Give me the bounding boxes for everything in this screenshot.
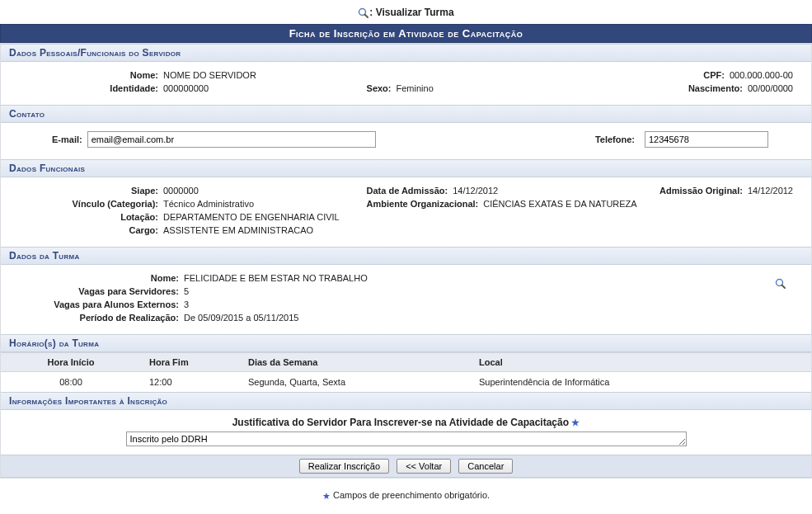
section-contato-body: E-mail: Telefone: bbox=[1, 123, 811, 159]
cargo-value: ASSISTENTE EM ADMINISTRACAO bbox=[163, 225, 313, 235]
periodo-value: De 05/09/2015 a 05/11/2015 bbox=[184, 313, 298, 323]
admissao-label: Data de Admissão: bbox=[367, 186, 453, 196]
col-hora-inicio: Hora Início bbox=[1, 352, 141, 371]
section-funcionais-header: Dados Funcionais bbox=[1, 159, 811, 177]
table-header-row: Hora Início Hora Fim Dias da Semana Loca… bbox=[1, 352, 811, 371]
section-funcionais-body: Siape: 0000000 Data de Admissão: 14/12/2… bbox=[1, 177, 811, 247]
section-horarios-header: Horário(s) da Turma bbox=[1, 334, 811, 352]
turma-nome-value: FELICIDADE E BEM ESTAR NO TRABALHO bbox=[184, 273, 368, 283]
identidade-value: 000000000 bbox=[163, 83, 209, 93]
cell-local: Superintendência de Informática bbox=[471, 371, 811, 392]
required-star-icon: ★ bbox=[571, 417, 580, 427]
siape-value: 0000000 bbox=[163, 186, 199, 196]
col-dias: Dias da Semana bbox=[240, 352, 471, 371]
cell-hora-inicio: 08:00 bbox=[1, 371, 141, 392]
footnote-text: Campos de preenchimento obrigatório. bbox=[333, 490, 490, 500]
nascimento-label: Nascimento: bbox=[688, 83, 748, 93]
page-title: Ficha de Inscrição em Atividade de Capac… bbox=[0, 24, 812, 43]
sexo-label: Sexo: bbox=[367, 83, 397, 93]
vagas-ext-value: 3 bbox=[184, 299, 189, 309]
cpf-label: CPF: bbox=[703, 70, 730, 80]
siape-label: Siape: bbox=[11, 186, 163, 196]
nome-value: NOME DO SERVIDOR bbox=[163, 70, 256, 80]
cell-dias: Segunda, Quarta, Sexta bbox=[240, 371, 471, 392]
admissao-value: 14/12/2012 bbox=[453, 186, 498, 196]
turma-nome-label: Nome: bbox=[11, 273, 184, 283]
section-pessoais-header: Dados Pessoais/Funcionais do Servidor bbox=[1, 44, 811, 62]
section-contato-header: Contato bbox=[1, 105, 811, 123]
cpf-value: 000.000.000-00 bbox=[730, 70, 793, 80]
cancelar-button[interactable]: Cancelar bbox=[458, 459, 513, 474]
view-turma-icon[interactable] bbox=[775, 278, 786, 291]
voltar-button[interactable]: << Voltar bbox=[397, 459, 451, 474]
section-pessoais-body: Nome: NOME DO SERVIDOR CPF: 000.000.000-… bbox=[1, 62, 811, 105]
nascimento-value: 00/00/0000 bbox=[748, 83, 793, 93]
nome-label: Nome: bbox=[11, 70, 163, 80]
section-turma-header: Dados da Turma bbox=[1, 247, 811, 265]
admissao-orig-label: Admissão Original: bbox=[659, 186, 748, 196]
realizar-inscricao-button[interactable]: Realizar Inscrição bbox=[299, 459, 389, 474]
telefone-label: Telefone: bbox=[595, 134, 640, 144]
footnote: ★ Campos de preenchimento obrigatório. bbox=[0, 479, 812, 508]
section-info-header: Informações Importantes à Inscrição bbox=[1, 392, 811, 410]
visualizar-turma-text: : Visualizar Turma bbox=[369, 7, 453, 18]
lotacao-label: Lotação: bbox=[11, 212, 163, 222]
periodo-label: Período de Realização: bbox=[11, 313, 184, 323]
visualizar-turma-link[interactable]: : Visualizar Turma bbox=[0, 0, 812, 24]
justificativa-title: Justificativa do Servidor Para Inscrever… bbox=[1, 410, 811, 431]
magnifier-icon bbox=[358, 7, 369, 19]
vagas-ext-label: Vagas para Alunos Externos: bbox=[11, 299, 184, 309]
section-turma-body: Nome: FELICIDADE E BEM ESTAR NO TRABALHO… bbox=[1, 265, 811, 334]
lotacao-value: DEPARTAMENTO DE ENGENHARIA CIVIL bbox=[163, 212, 340, 222]
star-icon: ★ bbox=[322, 491, 333, 501]
svg-line-3 bbox=[782, 285, 786, 288]
justificativa-title-text: Justificativa do Servidor Para Inscrever… bbox=[232, 417, 569, 428]
identidade-label: Identidade: bbox=[11, 83, 163, 93]
col-hora-fim: Hora Fim bbox=[141, 352, 240, 371]
vinculo-value: Técnico Administrativo bbox=[163, 199, 254, 209]
justificativa-textarea[interactable] bbox=[126, 431, 687, 446]
col-local: Local bbox=[471, 352, 811, 371]
button-bar: Realizar Inscrição << Voltar Cancelar bbox=[1, 455, 811, 478]
admissao-orig-value: 14/12/2012 bbox=[748, 186, 793, 196]
email-input[interactable] bbox=[87, 131, 376, 148]
telefone-input[interactable] bbox=[645, 131, 768, 148]
email-label: E-mail: bbox=[52, 134, 87, 144]
vagas-serv-value: 5 bbox=[184, 286, 189, 296]
sexo-value: Feminino bbox=[397, 83, 434, 93]
horarios-table: Hora Início Hora Fim Dias da Semana Loca… bbox=[1, 352, 811, 392]
cargo-label: Cargo: bbox=[11, 225, 163, 235]
svg-line-1 bbox=[365, 14, 368, 17]
table-row: 08:00 12:00 Segunda, Quarta, Sexta Super… bbox=[1, 371, 811, 392]
ambiente-value: CIÊNCIAS EXATAS E DA NATUREZA bbox=[483, 199, 636, 209]
vagas-serv-label: Vagas para Servidores: bbox=[11, 286, 184, 296]
ambiente-label: Ambiente Organizacional: bbox=[367, 199, 484, 209]
vinculo-label: Vínculo (Categoria): bbox=[11, 199, 163, 209]
cell-hora-fim: 12:00 bbox=[141, 371, 240, 392]
